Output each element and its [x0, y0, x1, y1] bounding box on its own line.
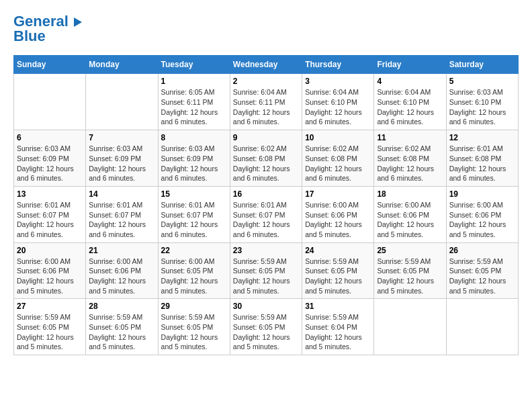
calendar-week-row: 27 Sunrise: 5:59 AMSunset: 6:05 PMDaylig… — [14, 299, 519, 355]
calendar-cell: 5 Sunrise: 6:03 AMSunset: 6:10 PMDayligh… — [446, 74, 518, 130]
weekday-header-wednesday: Wednesday — [230, 56, 302, 74]
day-info: Sunrise: 6:00 AMSunset: 6:06 PMDaylight:… — [449, 201, 506, 238]
day-number: 27 — [17, 302, 83, 311]
calendar-header-row: SundayMondayTuesdayWednesdayThursdayFrid… — [14, 56, 519, 74]
day-info: Sunrise: 6:02 AMSunset: 6:08 PMDaylight:… — [305, 144, 362, 182]
calendar-cell: 28 Sunrise: 5:59 AMSunset: 6:05 PMDaylig… — [86, 299, 158, 355]
day-info: Sunrise: 6:04 AMSunset: 6:10 PMDaylight:… — [305, 88, 362, 126]
calendar-cell: 27 Sunrise: 5:59 AMSunset: 6:05 PMDaylig… — [14, 299, 86, 355]
day-info: Sunrise: 6:01 AMSunset: 6:07 PMDaylight:… — [17, 201, 74, 238]
day-number: 19 — [449, 189, 515, 199]
weekday-header-friday: Friday — [374, 56, 446, 74]
day-number: 4 — [377, 77, 443, 86]
calendar-cell — [446, 299, 518, 355]
calendar-week-row: 6 Sunrise: 6:03 AMSunset: 6:09 PMDayligh… — [14, 130, 519, 187]
calendar-cell: 12 Sunrise: 6:01 AMSunset: 6:08 PMDaylig… — [446, 130, 518, 187]
day-number: 18 — [377, 189, 443, 199]
day-number: 31 — [305, 302, 371, 311]
calendar-cell: 31 Sunrise: 5:59 AMSunset: 6:04 PMDaylig… — [302, 299, 374, 355]
day-info: Sunrise: 6:03 AMSunset: 6:09 PMDaylight:… — [17, 144, 74, 182]
calendar-cell: 14 Sunrise: 6:01 AMSunset: 6:07 PMDaylig… — [86, 186, 158, 242]
day-number: 9 — [233, 133, 299, 142]
calendar-cell: 9 Sunrise: 6:02 AMSunset: 6:08 PMDayligh… — [230, 130, 302, 187]
day-number: 5 — [449, 77, 515, 86]
day-info: Sunrise: 5:59 AMSunset: 6:05 PMDaylight:… — [89, 313, 146, 351]
day-info: Sunrise: 5:59 AMSunset: 6:05 PMDaylight:… — [305, 257, 362, 295]
day-info: Sunrise: 6:01 AMSunset: 6:07 PMDaylight:… — [233, 201, 290, 238]
calendar-week-row: 1 Sunrise: 6:05 AMSunset: 6:11 PMDayligh… — [14, 74, 519, 130]
day-number: 7 — [89, 133, 154, 142]
day-number: 15 — [161, 189, 227, 199]
day-info: Sunrise: 6:00 AMSunset: 6:06 PMDaylight:… — [17, 257, 74, 295]
day-number: 11 — [377, 133, 443, 142]
day-number: 1 — [161, 77, 227, 86]
day-info: Sunrise: 6:02 AMSunset: 6:08 PMDaylight:… — [377, 144, 434, 182]
day-number: 21 — [89, 246, 154, 255]
calendar-cell: 3 Sunrise: 6:04 AMSunset: 6:10 PMDayligh… — [302, 74, 374, 130]
day-number: 3 — [305, 77, 371, 86]
day-number: 12 — [449, 133, 515, 142]
day-number: 22 — [161, 246, 227, 255]
logo-arrow-icon — [74, 17, 82, 27]
calendar-cell: 15 Sunrise: 6:01 AMSunset: 6:07 PMDaylig… — [158, 186, 230, 242]
day-info: Sunrise: 5:59 AMSunset: 6:05 PMDaylight:… — [233, 257, 290, 295]
calendar-cell: 23 Sunrise: 5:59 AMSunset: 6:05 PMDaylig… — [230, 242, 302, 299]
day-number: 25 — [377, 246, 443, 255]
calendar-cell: 29 Sunrise: 5:59 AMSunset: 6:05 PMDaylig… — [158, 299, 230, 355]
calendar-cell: 19 Sunrise: 6:00 AMSunset: 6:06 PMDaylig… — [446, 186, 518, 242]
day-info: Sunrise: 6:00 AMSunset: 6:05 PMDaylight:… — [161, 257, 218, 295]
calendar-cell: 16 Sunrise: 6:01 AMSunset: 6:07 PMDaylig… — [230, 186, 302, 242]
day-info: Sunrise: 6:03 AMSunset: 6:09 PMDaylight:… — [161, 144, 218, 182]
calendar-cell: 17 Sunrise: 6:00 AMSunset: 6:06 PMDaylig… — [302, 186, 374, 242]
calendar-cell: 24 Sunrise: 5:59 AMSunset: 6:05 PMDaylig… — [302, 242, 374, 299]
calendar-cell: 6 Sunrise: 6:03 AMSunset: 6:09 PMDayligh… — [14, 130, 86, 187]
day-info: Sunrise: 5:59 AMSunset: 6:04 PMDaylight:… — [305, 313, 362, 351]
calendar-cell — [374, 299, 446, 355]
day-number: 17 — [305, 189, 371, 199]
day-number: 10 — [305, 133, 371, 142]
day-number: 13 — [17, 189, 83, 199]
calendar-cell: 2 Sunrise: 6:04 AMSunset: 6:11 PMDayligh… — [230, 74, 302, 130]
day-info: Sunrise: 6:05 AMSunset: 6:11 PMDaylight:… — [161, 88, 218, 126]
day-number: 20 — [17, 246, 83, 255]
day-number: 23 — [233, 246, 299, 255]
day-info: Sunrise: 6:03 AMSunset: 6:09 PMDaylight:… — [89, 144, 146, 182]
day-info: Sunrise: 5:59 AMSunset: 6:05 PMDaylight:… — [377, 257, 434, 295]
day-number: 2 — [233, 77, 299, 86]
day-number: 24 — [305, 246, 371, 255]
calendar-cell: 13 Sunrise: 6:01 AMSunset: 6:07 PMDaylig… — [14, 186, 86, 242]
day-number: 6 — [17, 133, 83, 142]
calendar-cell: 21 Sunrise: 6:00 AMSunset: 6:06 PMDaylig… — [86, 242, 158, 299]
calendar-cell — [86, 74, 158, 130]
day-number: 8 — [161, 133, 227, 142]
calendar-cell: 1 Sunrise: 6:05 AMSunset: 6:11 PMDayligh… — [158, 74, 230, 130]
calendar-cell: 4 Sunrise: 6:04 AMSunset: 6:10 PMDayligh… — [374, 74, 446, 130]
calendar-cell: 22 Sunrise: 6:00 AMSunset: 6:05 PMDaylig… — [158, 242, 230, 299]
calendar-cell: 8 Sunrise: 6:03 AMSunset: 6:09 PMDayligh… — [158, 130, 230, 187]
day-info: Sunrise: 6:04 AMSunset: 6:11 PMDaylight:… — [233, 88, 290, 126]
day-info: Sunrise: 5:59 AMSunset: 6:05 PMDaylight:… — [233, 313, 290, 351]
day-info: Sunrise: 6:01 AMSunset: 6:07 PMDaylight:… — [89, 201, 146, 238]
calendar-cell — [14, 74, 86, 130]
day-number: 29 — [161, 302, 227, 311]
day-number: 16 — [233, 189, 299, 199]
day-info: Sunrise: 5:59 AMSunset: 6:05 PMDaylight:… — [161, 313, 218, 351]
weekday-header-monday: Monday — [86, 56, 158, 74]
day-info: Sunrise: 6:01 AMSunset: 6:07 PMDaylight:… — [161, 201, 218, 238]
day-info: Sunrise: 6:04 AMSunset: 6:10 PMDaylight:… — [377, 88, 434, 126]
calendar-cell: 18 Sunrise: 6:00 AMSunset: 6:06 PMDaylig… — [374, 186, 446, 242]
day-info: Sunrise: 6:01 AMSunset: 6:08 PMDaylight:… — [449, 144, 506, 182]
calendar-cell: 7 Sunrise: 6:03 AMSunset: 6:09 PMDayligh… — [86, 130, 158, 187]
day-info: Sunrise: 5:59 AMSunset: 6:05 PMDaylight:… — [449, 257, 506, 295]
day-number: 26 — [449, 246, 515, 255]
day-number: 30 — [233, 302, 299, 311]
day-number: 28 — [89, 302, 154, 311]
calendar-cell: 26 Sunrise: 5:59 AMSunset: 6:05 PMDaylig… — [446, 242, 518, 299]
calendar-week-row: 20 Sunrise: 6:00 AMSunset: 6:06 PMDaylig… — [14, 242, 519, 299]
calendar-table: SundayMondayTuesdayWednesdayThursdayFrid… — [13, 55, 519, 355]
day-info: Sunrise: 6:03 AMSunset: 6:10 PMDaylight:… — [449, 88, 506, 126]
weekday-header-tuesday: Tuesday — [158, 56, 230, 74]
weekday-header-saturday: Saturday — [446, 56, 518, 74]
page-header: General Blue — [13, 13, 519, 44]
logo: General Blue — [13, 13, 82, 44]
